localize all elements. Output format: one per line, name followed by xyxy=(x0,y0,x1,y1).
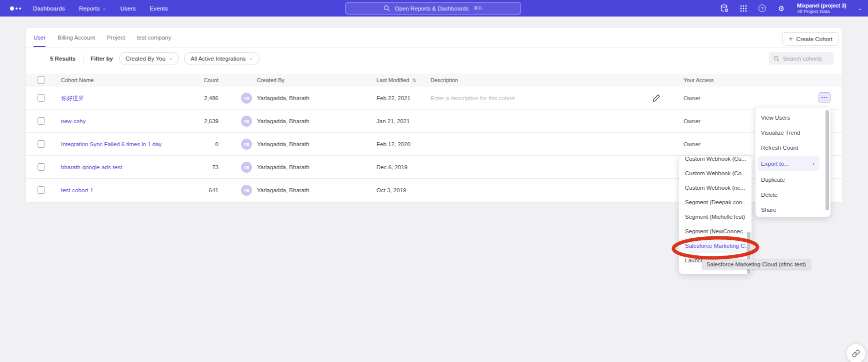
cohort-count: 2,639 xyxy=(168,110,218,133)
last-modified-date: Dec 6, 2019 xyxy=(376,156,408,179)
cohort-count: 0 xyxy=(168,133,218,156)
settings-gear-icon[interactable]: ⚙ xyxy=(777,4,786,13)
avatar: YB xyxy=(241,185,252,196)
tab-test-company[interactable]: test company xyxy=(137,35,171,47)
access-level: Owner xyxy=(684,133,700,156)
search-cohorts-placeholder: Search cohorts xyxy=(783,56,822,62)
creator-name: Yarlagadda, Bharath xyxy=(257,87,310,110)
submenu-item-custom-webhook-ne[interactable]: Custom Webhook (ne... xyxy=(679,180,752,195)
row-actions-button[interactable]: ... xyxy=(818,92,830,103)
last-modified-date: Oct 3, 2019 xyxy=(376,179,406,202)
avatar-cell: YB xyxy=(241,87,252,110)
sort-icon[interactable]: ⇅ xyxy=(412,78,416,83)
chevron-down-icon: ⌄ xyxy=(102,6,106,11)
last-modified-date: Feb 22, 2021 xyxy=(376,87,410,110)
col-last-modified[interactable]: Last Modified⇅ xyxy=(376,74,416,87)
mixpanel-logo-icon[interactable] xyxy=(10,7,27,11)
menu-item-refresh-count[interactable]: Refresh Count xyxy=(756,140,822,155)
search-icon xyxy=(384,5,390,12)
submenu-item-salesforce-marketing-c[interactable]: Salesforce Marketing C... xyxy=(679,238,752,253)
cohort-name-link[interactable]: new-cohy xyxy=(61,110,86,133)
tab-billing-account[interactable]: Billing Account xyxy=(58,35,95,47)
search-icon xyxy=(774,56,780,62)
last-modified-date: Feb 12, 2020 xyxy=(376,133,410,156)
row-checkbox[interactable] xyxy=(38,117,45,125)
search-cohorts-input[interactable]: Search cohorts xyxy=(769,52,834,65)
cohort-name-link[interactable]: Integration Sync Failed 6 times in 1 day xyxy=(61,133,162,156)
table-row: 你好世界2,486YBYarlagadda, BharathFeb 22, 20… xyxy=(26,87,842,110)
avatar: YB xyxy=(241,93,252,104)
integrations-filter[interactable]: All Active Integrations ⌄ xyxy=(184,52,260,65)
table-header: Cohort Name Count Created By Last Modifi… xyxy=(26,74,842,87)
data-management-icon[interactable] xyxy=(720,4,728,13)
cohort-count: 2,486 xyxy=(168,87,218,110)
menu-item-export-to[interactable]: Export to...› xyxy=(758,156,820,171)
share-link-button[interactable] xyxy=(846,344,866,362)
submenu-item-segment-newconnec[interactable]: Segment (NewConnec... xyxy=(679,224,752,238)
submenu-item-custom-webhook-co[interactable]: Custom Webhook (Co... xyxy=(679,166,752,180)
avatar-cell: YB xyxy=(241,110,252,133)
cohort-name-link[interactable]: 你好世界 xyxy=(61,87,84,110)
cohort-name-link[interactable]: bharath-google-ads-test xyxy=(61,156,122,179)
tab-user[interactable]: User xyxy=(34,35,46,47)
cohort-name-link[interactable]: test-cohort-1 xyxy=(61,179,94,202)
creator-name: Yarlagadda, Bharath xyxy=(257,179,310,202)
access-level: Owner xyxy=(684,87,700,110)
menu-item-view-users[interactable]: View Users xyxy=(756,110,822,125)
export-to-submenu-items: Custom Webhook (Cu...Custom Webhook (Co.… xyxy=(679,156,752,267)
submenu-item-custom-webhook-cu[interactable]: Custom Webhook (Cu... xyxy=(679,156,752,166)
tab-project[interactable]: Project xyxy=(107,35,125,47)
submenu-item-segment-deepak-con[interactable]: Segment (Deepak con... xyxy=(679,195,752,209)
avatar-cell: YB xyxy=(241,156,252,179)
submenu-item-segment-michelletest[interactable]: Segment (MichelleTest) xyxy=(679,209,752,224)
edit-pencil-icon[interactable] xyxy=(652,94,661,103)
nav-item-events[interactable]: Events xyxy=(150,6,168,12)
menu-item-share[interactable]: Share xyxy=(756,202,822,217)
avatar: YB xyxy=(241,116,252,127)
nav-item-reports[interactable]: Reports⌄ xyxy=(79,6,106,12)
apps-grid-icon[interactable] xyxy=(739,4,748,13)
menu-item-duplicate[interactable]: Duplicate xyxy=(756,172,822,187)
description-input[interactable]: Enter a description for this cohort xyxy=(430,87,515,110)
project-selector[interactable]: Mixpanel (project 3) All Project Data xyxy=(797,3,846,14)
create-cohort-button[interactable]: + Create Cohort xyxy=(782,32,839,46)
nav-item-users[interactable]: Users xyxy=(120,6,136,12)
select-all-checkbox[interactable] xyxy=(38,76,45,84)
chevron-down-icon[interactable]: ⌄ xyxy=(858,6,862,11)
col-cohort-name[interactable]: Cohort Name xyxy=(61,74,94,87)
creator-name: Yarlagadda, Bharath xyxy=(257,156,310,179)
nav-item-dashboards[interactable]: Dashboards xyxy=(33,6,65,12)
global-search-placeholder: Open Reports & Dashboards xyxy=(394,6,468,12)
row-actions-menu: View UsersVisualize TrendRefresh CountEx… xyxy=(756,108,830,217)
search-shortcut: ⌘K xyxy=(473,5,482,12)
chevron-down-icon: ⌄ xyxy=(249,56,253,61)
nav-links: DashboardsReports⌄UsersEvents xyxy=(33,6,168,12)
menu-item-visualize-trend[interactable]: Visualize Trend xyxy=(756,125,822,140)
menu-scrollbar[interactable] xyxy=(826,110,829,210)
project-scope: All Project Data xyxy=(797,9,846,14)
create-cohort-label: Create Cohort xyxy=(796,36,832,42)
row-checkbox[interactable] xyxy=(38,163,45,171)
chevron-right-icon: › xyxy=(812,160,814,167)
cohort-count: 73 xyxy=(168,156,218,179)
row-checkbox[interactable] xyxy=(38,186,45,194)
created-by-filter[interactable]: Created By You ⌄ xyxy=(119,52,179,65)
help-icon[interactable]: ? xyxy=(758,4,766,13)
col-count[interactable]: Count xyxy=(168,74,218,87)
col-description[interactable]: Description xyxy=(430,74,458,87)
avatar-cell: YB xyxy=(241,133,252,156)
top-nav: DashboardsReports⌄UsersEvents Open Repor… xyxy=(0,0,868,17)
col-created-by[interactable]: Created By xyxy=(257,74,284,87)
row-checkbox[interactable] xyxy=(38,94,45,102)
col-your-access[interactable]: Your Access xyxy=(684,74,714,87)
access-level: Owner xyxy=(684,110,700,133)
table-toolbar: 5 Results Filter by Created By You ⌄ All… xyxy=(26,50,842,67)
export-to-submenu: Custom Webhook (Cu...Custom Webhook (Co.… xyxy=(679,156,752,274)
creator-name: Yarlagadda, Bharath xyxy=(257,133,310,156)
last-modified-date: Jan 21, 2021 xyxy=(376,110,410,133)
divider xyxy=(83,55,84,63)
row-checkbox[interactable] xyxy=(38,140,45,148)
global-search-input[interactable]: Open Reports & Dashboards ⌘K xyxy=(345,2,521,15)
creator-name: Yarlagadda, Bharath xyxy=(257,110,310,133)
menu-item-delete[interactable]: Delete xyxy=(756,187,822,202)
